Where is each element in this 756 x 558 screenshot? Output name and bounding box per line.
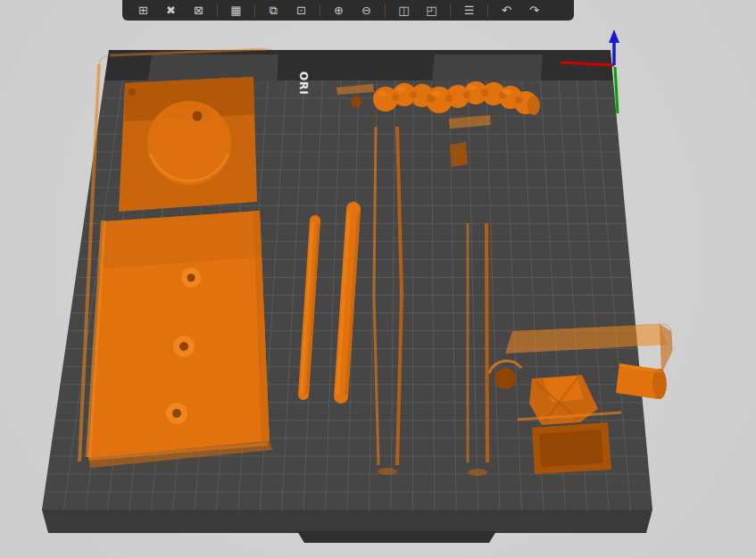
toolbar-separator: [385, 4, 386, 17]
arrange-icon[interactable]: ▦: [224, 2, 248, 19]
layer-editing-icon[interactable]: ☰: [457, 2, 481, 19]
split-objects-icon[interactable]: ◫: [392, 2, 416, 19]
add-icon[interactable]: ⊞: [131, 2, 155, 19]
toolbar-separator: [320, 4, 320, 17]
copy-icon[interactable]: ⧉: [262, 2, 286, 19]
z-axis-arrow-icon: [609, 29, 619, 43]
undo-icon[interactable]: ↶: [494, 2, 519, 19]
plate-rim-cutout-left: [148, 54, 278, 80]
redo-icon[interactable]: ↷: [522, 2, 546, 19]
delete-icon[interactable]: ✖: [159, 2, 183, 19]
toolbar-separator: [217, 4, 218, 17]
viewport-3d[interactable]: ORI: [0, 0, 756, 558]
toolbar-separator: [450, 4, 451, 17]
plate-rim-cutout-right: [432, 54, 543, 80]
top-toolbar: ⊞ ✖ ⊠ ▦ ⧉ ⊡ ⊕ ⊖ ◫ ◰ ☰ ↶ ↷: [122, 0, 574, 21]
split-parts-icon[interactable]: ◰: [420, 2, 444, 19]
plate-front-edge: [42, 510, 652, 533]
plate-thumb-tab: [297, 531, 496, 543]
remove-instance-icon[interactable]: ⊖: [354, 2, 378, 19]
add-instance-icon[interactable]: ⊕: [327, 2, 351, 19]
delete-all-icon[interactable]: ⊠: [187, 2, 211, 19]
paste-icon[interactable]: ⊡: [289, 2, 313, 19]
toolbar-separator: [487, 4, 488, 17]
toolbar-separator: [254, 4, 255, 17]
plate-label: ORI: [297, 71, 310, 96]
